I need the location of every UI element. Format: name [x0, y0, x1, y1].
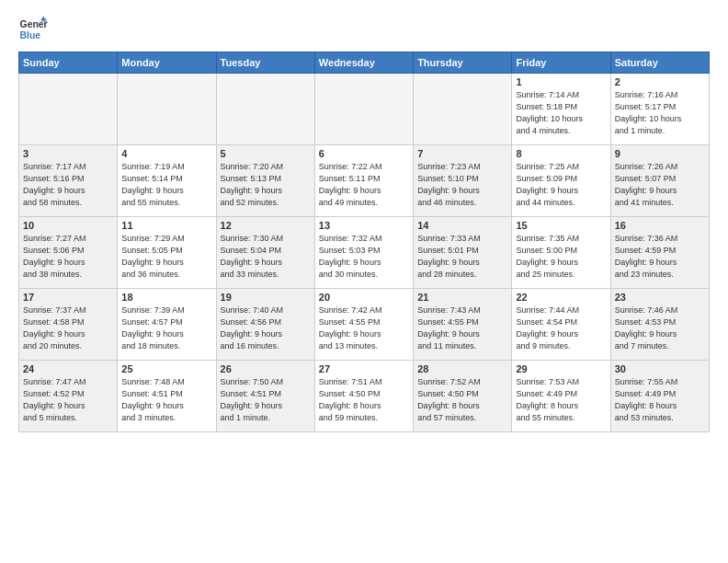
day-number: 4 — [121, 148, 211, 159]
day-cell: 10Sunrise: 7:27 AM Sunset: 5:06 PM Dayli… — [19, 217, 118, 289]
week-row-5: 24Sunrise: 7:47 AM Sunset: 4:52 PM Dayli… — [19, 361, 710, 432]
day-number: 26 — [221, 363, 311, 374]
day-number: 2 — [615, 76, 705, 87]
day-info: Sunrise: 7:27 AM Sunset: 5:06 PM Dayligh… — [23, 233, 113, 281]
day-number: 28 — [417, 363, 507, 374]
day-number: 30 — [615, 363, 705, 374]
day-info: Sunrise: 7:29 AM Sunset: 5:05 PM Dayligh… — [121, 233, 211, 281]
day-info: Sunrise: 7:16 AM Sunset: 5:17 PM Dayligh… — [615, 89, 705, 137]
day-cell: 2Sunrise: 7:16 AM Sunset: 5:17 PM Daylig… — [610, 74, 709, 145]
day-info: Sunrise: 7:19 AM Sunset: 5:14 PM Dayligh… — [121, 161, 211, 209]
day-cell — [314, 74, 413, 145]
day-number: 23 — [615, 292, 705, 303]
day-info: Sunrise: 7:50 AM Sunset: 4:51 PM Dayligh… — [221, 376, 311, 424]
day-cell: 24Sunrise: 7:47 AM Sunset: 4:52 PM Dayli… — [19, 361, 118, 432]
day-number: 15 — [516, 220, 606, 231]
day-cell: 19Sunrise: 7:40 AM Sunset: 4:56 PM Dayli… — [216, 289, 314, 361]
day-number: 21 — [417, 292, 507, 303]
weekday-header-saturday: Saturday — [610, 52, 709, 74]
day-info: Sunrise: 7:40 AM Sunset: 4:56 PM Dayligh… — [221, 304, 311, 352]
day-number: 22 — [516, 292, 606, 303]
day-info: Sunrise: 7:30 AM Sunset: 5:04 PM Dayligh… — [221, 233, 311, 281]
day-cell — [19, 74, 118, 145]
day-cell: 23Sunrise: 7:46 AM Sunset: 4:53 PM Dayli… — [610, 289, 709, 361]
calendar-table: SundayMondayTuesdayWednesdayThursdayFrid… — [18, 52, 710, 432]
day-number: 24 — [23, 363, 113, 374]
day-cell: 22Sunrise: 7:44 AM Sunset: 4:54 PM Dayli… — [512, 289, 610, 361]
day-info: Sunrise: 7:53 AM Sunset: 4:49 PM Dayligh… — [516, 376, 606, 424]
day-cell: 30Sunrise: 7:55 AM Sunset: 4:49 PM Dayli… — [610, 361, 709, 432]
weekday-header-wednesday: Wednesday — [314, 52, 413, 74]
day-info: Sunrise: 7:22 AM Sunset: 5:11 PM Dayligh… — [319, 161, 409, 209]
weekday-header-thursday: Thursday — [414, 52, 512, 74]
day-number: 27 — [319, 363, 409, 374]
page-container: General Blue SundayMondayTuesdayWednesda… — [0, 0, 728, 442]
day-number: 10 — [23, 220, 113, 231]
day-cell: 4Sunrise: 7:19 AM Sunset: 5:14 PM Daylig… — [118, 145, 216, 217]
day-cell: 20Sunrise: 7:42 AM Sunset: 4:55 PM Dayli… — [314, 289, 413, 361]
day-cell: 25Sunrise: 7:48 AM Sunset: 4:51 PM Dayli… — [118, 361, 216, 432]
day-cell: 3Sunrise: 7:17 AM Sunset: 5:16 PM Daylig… — [19, 145, 118, 217]
day-cell: 21Sunrise: 7:43 AM Sunset: 4:55 PM Dayli… — [414, 289, 512, 361]
day-number: 19 — [221, 292, 311, 303]
svg-text:Blue: Blue — [20, 30, 41, 40]
day-number: 29 — [516, 363, 606, 374]
week-row-4: 17Sunrise: 7:37 AM Sunset: 4:58 PM Dayli… — [19, 289, 710, 361]
day-cell: 16Sunrise: 7:36 AM Sunset: 4:59 PM Dayli… — [610, 217, 709, 289]
day-number: 7 — [417, 148, 507, 159]
day-info: Sunrise: 7:35 AM Sunset: 5:00 PM Dayligh… — [516, 233, 606, 281]
day-info: Sunrise: 7:20 AM Sunset: 5:13 PM Dayligh… — [221, 161, 311, 209]
day-cell: 11Sunrise: 7:29 AM Sunset: 5:05 PM Dayli… — [118, 217, 216, 289]
day-cell: 29Sunrise: 7:53 AM Sunset: 4:49 PM Dayli… — [512, 361, 610, 432]
day-cell: 1Sunrise: 7:14 AM Sunset: 5:18 PM Daylig… — [512, 74, 610, 145]
day-info: Sunrise: 7:42 AM Sunset: 4:55 PM Dayligh… — [319, 304, 409, 352]
day-number: 9 — [615, 148, 705, 159]
day-info: Sunrise: 7:55 AM Sunset: 4:49 PM Dayligh… — [615, 376, 705, 424]
day-number: 6 — [319, 148, 409, 159]
day-cell: 18Sunrise: 7:39 AM Sunset: 4:57 PM Dayli… — [118, 289, 216, 361]
day-cell: 7Sunrise: 7:23 AM Sunset: 5:10 PM Daylig… — [414, 145, 512, 217]
weekday-header-tuesday: Tuesday — [216, 52, 314, 74]
day-cell — [118, 74, 216, 145]
day-info: Sunrise: 7:14 AM Sunset: 5:18 PM Dayligh… — [516, 89, 606, 137]
day-number: 20 — [319, 292, 409, 303]
day-number: 1 — [516, 76, 606, 87]
day-number: 8 — [516, 148, 606, 159]
day-number: 13 — [319, 220, 409, 231]
day-info: Sunrise: 7:33 AM Sunset: 5:01 PM Dayligh… — [417, 233, 507, 281]
day-number: 18 — [121, 292, 211, 303]
day-cell: 6Sunrise: 7:22 AM Sunset: 5:11 PM Daylig… — [314, 145, 413, 217]
day-cell: 12Sunrise: 7:30 AM Sunset: 5:04 PM Dayli… — [216, 217, 314, 289]
day-cell: 8Sunrise: 7:25 AM Sunset: 5:09 PM Daylig… — [512, 145, 610, 217]
day-number: 12 — [221, 220, 311, 231]
day-info: Sunrise: 7:46 AM Sunset: 4:53 PM Dayligh… — [615, 304, 705, 352]
day-cell: 17Sunrise: 7:37 AM Sunset: 4:58 PM Dayli… — [19, 289, 118, 361]
logo-icon: General Blue — [18, 15, 48, 44]
day-number: 16 — [615, 220, 705, 231]
day-info: Sunrise: 7:52 AM Sunset: 4:50 PM Dayligh… — [417, 376, 507, 424]
day-cell: 26Sunrise: 7:50 AM Sunset: 4:51 PM Dayli… — [216, 361, 314, 432]
week-row-2: 3Sunrise: 7:17 AM Sunset: 5:16 PM Daylig… — [19, 145, 710, 217]
weekday-header-sunday: Sunday — [19, 52, 118, 74]
day-number: 17 — [23, 292, 113, 303]
day-info: Sunrise: 7:17 AM Sunset: 5:16 PM Dayligh… — [23, 161, 113, 209]
day-number: 14 — [417, 220, 507, 231]
day-info: Sunrise: 7:47 AM Sunset: 4:52 PM Dayligh… — [23, 376, 113, 424]
day-info: Sunrise: 7:23 AM Sunset: 5:10 PM Dayligh… — [417, 161, 507, 209]
day-cell: 9Sunrise: 7:26 AM Sunset: 5:07 PM Daylig… — [610, 145, 709, 217]
day-info: Sunrise: 7:51 AM Sunset: 4:50 PM Dayligh… — [319, 376, 409, 424]
day-info: Sunrise: 7:26 AM Sunset: 5:07 PM Dayligh… — [615, 161, 705, 209]
weekday-header-friday: Friday — [512, 52, 610, 74]
weekday-header-row: SundayMondayTuesdayWednesdayThursdayFrid… — [19, 52, 710, 74]
day-info: Sunrise: 7:37 AM Sunset: 4:58 PM Dayligh… — [23, 304, 113, 352]
day-info: Sunrise: 7:39 AM Sunset: 4:57 PM Dayligh… — [121, 304, 211, 352]
week-row-1: 1Sunrise: 7:14 AM Sunset: 5:18 PM Daylig… — [19, 74, 710, 145]
day-info: Sunrise: 7:43 AM Sunset: 4:55 PM Dayligh… — [417, 304, 507, 352]
day-number: 5 — [221, 148, 311, 159]
day-cell: 15Sunrise: 7:35 AM Sunset: 5:00 PM Dayli… — [512, 217, 610, 289]
day-info: Sunrise: 7:32 AM Sunset: 5:03 PM Dayligh… — [319, 233, 409, 281]
day-cell: 27Sunrise: 7:51 AM Sunset: 4:50 PM Dayli… — [314, 361, 413, 432]
day-cell: 13Sunrise: 7:32 AM Sunset: 5:03 PM Dayli… — [314, 217, 413, 289]
day-cell: 14Sunrise: 7:33 AM Sunset: 5:01 PM Dayli… — [414, 217, 512, 289]
day-cell — [414, 74, 512, 145]
